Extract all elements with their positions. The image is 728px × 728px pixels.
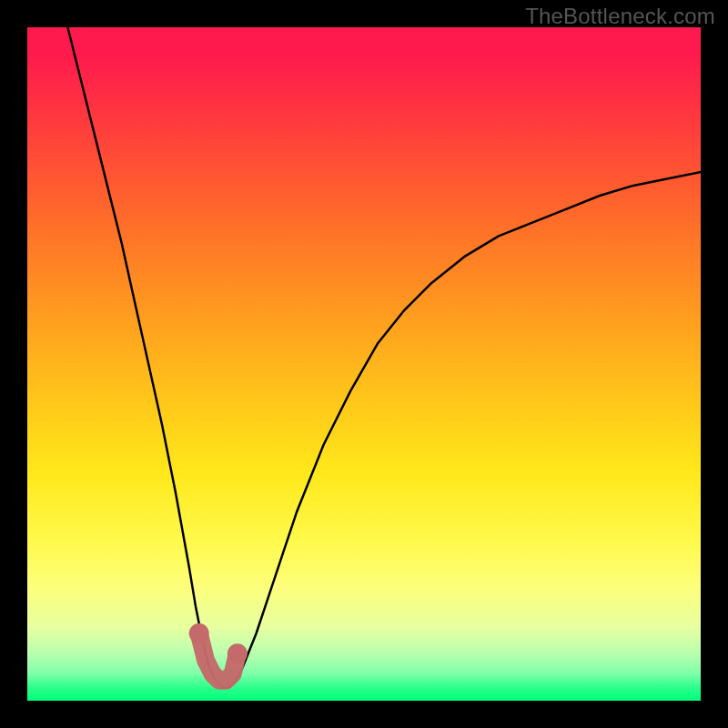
chart-stage: TheBottleneck.com <box>0 0 728 728</box>
bottleneck-curve <box>67 27 701 687</box>
curve-layer <box>27 27 701 701</box>
watermark-text: TheBottleneck.com <box>525 4 715 29</box>
optimal-range-end-dot <box>228 643 248 663</box>
optimal-range-start-dot <box>189 623 209 643</box>
plot-area <box>27 27 701 701</box>
